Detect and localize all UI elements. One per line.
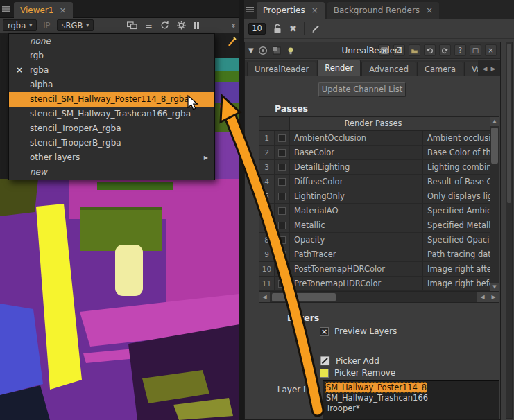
pass-checkbox[interactable] — [275, 160, 290, 174]
pass-name[interactable]: DiffuseColor — [290, 175, 423, 189]
pass-name[interactable]: MaterialAO — [290, 204, 423, 218]
pass-checkbox[interactable] — [275, 247, 290, 261]
passes-section-label: Passes — [275, 103, 308, 114]
menu-item-alpha[interactable]: alpha — [9, 78, 214, 92]
close-icon[interactable]: × — [311, 6, 318, 15]
menu-item-new[interactable]: new — [9, 165, 214, 180]
picker-remove-icon[interactable] — [320, 369, 329, 378]
layer-list[interactable]: SM_Hallway_Poster114_8 SM_Hallway_Trashc… — [323, 380, 499, 419]
pass-name[interactable]: LightingOnly — [290, 189, 423, 203]
pass-description: Specified Ambient C — [423, 204, 490, 218]
viewer-layout-icon[interactable]: ≡ — [145, 21, 153, 30]
collapse-panel-icon[interactable]: ▼ — [248, 46, 254, 54]
table-horizontal-scrollbar[interactable]: ◀ ◀ ▶ — [259, 291, 499, 302]
lock-panels-icon[interactable] — [273, 24, 282, 34]
scroll-up-icon[interactable]: ▲ — [490, 117, 499, 126]
gear-icon[interactable] — [177, 21, 186, 30]
scrollbar-thumb[interactable] — [507, 44, 511, 203]
pass-name[interactable]: Opacity — [290, 233, 423, 247]
pass-checkbox[interactable] — [275, 189, 290, 203]
collapse-toolbar-icon[interactable]: » — [229, 23, 239, 28]
pass-checkbox[interactable] — [275, 146, 290, 159]
pass-name[interactable]: DetailLighting — [290, 160, 423, 174]
pass-name[interactable]: AmbientOcclusion — [290, 131, 423, 145]
tab-scroll-right-icon[interactable]: ▶ — [491, 65, 496, 72]
redo-icon[interactable] — [439, 44, 451, 56]
picker-add-label: Picker Add — [336, 356, 379, 366]
pass-name[interactable]: Metallic — [290, 218, 423, 232]
pass-checkbox[interactable] — [275, 233, 290, 247]
nuke-window: Viewer1 × rgba ▾ IP sRGB ▾ ≡ — [0, 0, 514, 420]
scroll-right-icon[interactable]: ▶ — [488, 292, 499, 302]
menu-item-stencil-poster[interactable]: stencil_SM_Hallway_Poster114_8_rgba — [9, 92, 214, 107]
tab-camera[interactable]: Camera — [417, 62, 463, 76]
tab-viewer1-label: Viewer1 — [20, 6, 53, 15]
layer-list-label: Layer List — [245, 385, 318, 394]
menu-item-rgba[interactable]: × rgba — [9, 63, 214, 78]
pass-name[interactable]: PathTracer — [290, 247, 423, 261]
scrollbar-thumb[interactable] — [491, 128, 498, 164]
scroll-left-icon[interactable]: ◀ — [259, 292, 270, 302]
row-number: 1 — [259, 131, 275, 145]
scroll-left-icon[interactable]: ◀ — [477, 292, 488, 302]
preview-layers-checkbox[interactable]: × — [320, 327, 329, 336]
node-color-icon[interactable] — [272, 46, 282, 55]
wand-icon[interactable] — [228, 36, 237, 47]
undo-icon[interactable] — [424, 44, 436, 56]
tab-scroll-left-icon[interactable]: ◀ — [483, 65, 488, 72]
float-panel-icon[interactable]: □ — [470, 44, 481, 56]
pass-checkbox[interactable] — [275, 277, 290, 290]
close-icon[interactable]: × — [59, 6, 66, 15]
menu-item-other-layers[interactable]: other layers ▶ — [9, 150, 214, 165]
node-indicator-icon[interactable] — [258, 46, 268, 55]
pass-checkbox[interactable] — [275, 131, 290, 145]
menu-item-none[interactable]: none — [9, 34, 214, 49]
scrollbar-thumb[interactable] — [272, 293, 336, 301]
channel-select[interactable]: rgba ▾ — [3, 19, 37, 31]
pass-name[interactable]: PostTonemapHDRColor — [290, 262, 423, 276]
pass-name[interactable]: BaseColor — [290, 146, 423, 159]
table-row: 1AmbientOcclusionAmbient occlusion c — [259, 131, 490, 146]
viewer-colorspace-select[interactable]: sRGB ▾ — [57, 19, 94, 31]
input-process-toggle[interactable]: IP — [41, 21, 52, 30]
edit-pencil-icon[interactable] — [311, 24, 321, 33]
layer-list-item[interactable]: Trooper* — [326, 403, 496, 414]
pass-checkbox[interactable] — [275, 262, 290, 276]
menu-item-stencil-troopera[interactable]: stencil_TrooperA_rgba — [9, 121, 214, 136]
tab-advanced[interactable]: Advanced — [361, 62, 416, 76]
menu-item-rgb[interactable]: rgb — [9, 49, 214, 63]
pass-checkbox[interactable] — [275, 175, 290, 189]
pass-checkbox[interactable] — [275, 218, 290, 232]
bulb-icon[interactable] — [286, 46, 295, 55]
tab-render[interactable]: Render — [317, 60, 361, 76]
close-panel-icon[interactable]: × — [485, 44, 497, 56]
refresh-icon[interactable] — [160, 21, 169, 30]
tab-unrealreader[interactable]: UnrealReader — [247, 62, 316, 76]
properties-scrollbar[interactable] — [506, 42, 513, 419]
layer-list-item[interactable]: SM_Hallway_Poster114_8 — [326, 383, 496, 393]
picker-add-icon[interactable] — [320, 356, 330, 366]
help-icon[interactable]: ? — [454, 44, 466, 56]
folder-icon[interactable] — [409, 44, 420, 56]
menu-item-stencil-trooperb[interactable]: stencil_TrooperB_rgba — [9, 136, 214, 150]
row-number: 10 — [259, 262, 275, 276]
tab-viewer1[interactable]: Viewer1 × — [14, 2, 73, 18]
update-channel-list-button[interactable]: Update Channel List — [318, 82, 406, 97]
pause-icon[interactable] — [194, 22, 199, 29]
pane-menu-icon[interactable] — [2, 6, 10, 12]
colorspace-value: sRGB — [62, 21, 83, 30]
viewer-icon-group: ≡ — [127, 21, 199, 30]
tab-properties[interactable]: Properties × — [257, 2, 325, 19]
monitor-out-icon[interactable] — [127, 21, 137, 30]
pass-name[interactable]: PreTonemapHDRColor — [290, 277, 423, 290]
pass-checkbox[interactable] — [275, 204, 290, 218]
close-all-panels-icon[interactable]: ✖ — [289, 24, 297, 34]
max-panels-input[interactable] — [248, 23, 266, 35]
tab-scroll-buttons: ◀ ▶ — [478, 60, 500, 76]
layer-list-item[interactable]: SM_Hallway_Trashcan166 — [326, 393, 496, 403]
close-icon[interactable]: × — [426, 6, 433, 15]
menu-item-stencil-trashcan[interactable]: stencil_SM_Hallway_Trashcan166_rgba — [9, 107, 214, 121]
pane-menu-icon[interactable] — [246, 6, 255, 13]
table-vertical-scrollbar[interactable]: ▲ ▼ — [490, 117, 499, 292]
tab-background-renders[interactable]: Background Renders × — [327, 2, 439, 19]
